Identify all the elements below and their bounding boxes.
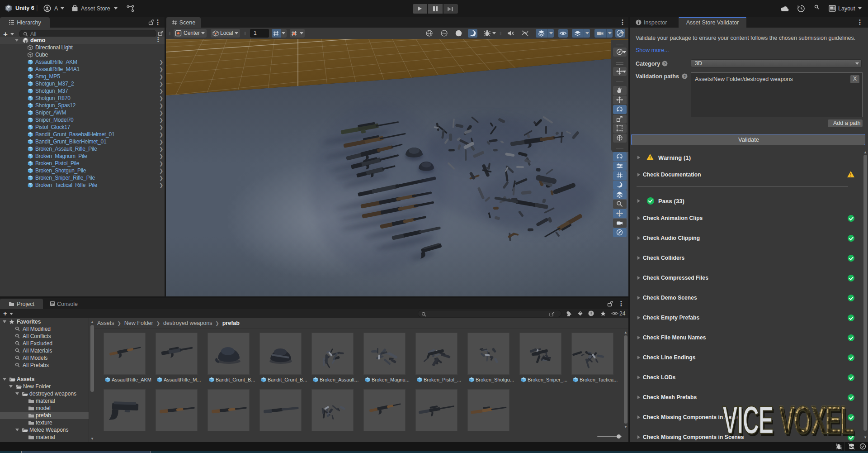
svg-text:?: ? [664, 62, 666, 66]
svg-text:?: ? [684, 74, 686, 79]
